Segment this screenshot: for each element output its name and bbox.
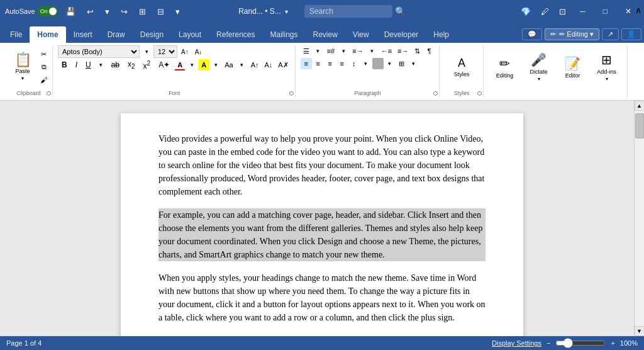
undo-dropdown[interactable]: ▾ [101,6,113,18]
tab-help[interactable]: Help [426,26,457,43]
show-marks-btn[interactable]: ¶ [424,45,435,57]
document-page[interactable]: Video provides a powerful way to help yo… [121,113,523,336]
dictate-button[interactable]: 🎤 Dictate ▾ [523,48,555,86]
subscript-button[interactable]: x2 [124,59,139,71]
profile-button[interactable]: 👤 [621,28,641,40]
case-dropdown[interactable]: ▾ [236,59,248,71]
minimize-button[interactable]: ─ [572,4,593,18]
align-right-btn[interactable]: ≡ [325,58,336,69]
title-dropdown[interactable]: ▾ [281,7,292,16]
highlight-dropdown[interactable]: ▾ [210,59,221,71]
editor-button[interactable]: 📝 Editor [557,48,589,86]
text-effects-button[interactable]: A✦ [155,59,174,71]
font-size-select[interactable]: 12 [153,45,177,58]
layout-btn-1[interactable]: ⊞ [135,6,150,18]
clipboard-expand-icon[interactable]: ⬡ [47,91,51,96]
grow-font[interactable]: A↑ [248,59,262,71]
bullets-btn[interactable]: ☰ [301,45,312,57]
clear-format[interactable]: A✗ [275,59,291,71]
highlight-btn[interactable]: A [198,59,209,71]
undo-button[interactable]: ↩ [83,6,97,18]
cut-button[interactable]: ✂ [38,49,50,60]
font-name-select[interactable]: Aptos (Body) [58,45,140,58]
tab-review[interactable]: Review [306,26,345,43]
border-dropdown[interactable]: ▾ [408,58,419,69]
paste-button[interactable]: 📋 Paste ▾ [9,48,36,86]
more-btn[interactable]: ▾ [172,6,184,18]
search-input[interactable] [304,5,392,18]
comments-button[interactable]: 💬 [522,28,542,40]
layout-btn-2[interactable]: ⊟ [153,6,168,18]
underline-button[interactable]: U [82,59,95,71]
italic-button[interactable]: I [72,59,81,71]
editing-ribbon-button[interactable]: ✏ Editing [489,48,521,86]
sort-btn[interactable]: ⇅ [412,45,423,57]
numbering-dropdown[interactable]: ▾ [338,45,349,57]
border-btn[interactable]: ⊞ [396,58,408,69]
pen-btn[interactable]: 🖊 [537,6,553,18]
indent-decrease[interactable]: ←≡ [379,45,394,57]
editing-mode-button[interactable]: ✏ ✏ Editing ▾ [545,28,599,40]
font-color-dropdown[interactable]: ▾ [186,59,197,71]
multilevel-btn[interactable]: ≡→ [350,45,365,57]
tab-developer[interactable]: Developer [377,26,426,43]
maximize-button[interactable]: □ [596,4,615,18]
para-expand-icon[interactable]: ⬡ [433,91,438,96]
font-color-btn[interactable]: A [174,59,186,71]
collapse-ribbon-btn[interactable]: ∧ [633,3,644,18]
display-settings-label[interactable]: Display Settings [492,339,541,347]
align-center-btn[interactable]: ≡ [313,58,324,69]
indent-increase[interactable]: ≡→ [395,45,411,57]
multilevel-dropdown[interactable]: ▾ [367,45,378,57]
font-expand-icon[interactable]: ⬡ [289,91,294,96]
styles-expand-icon[interactable]: ⬡ [477,91,482,96]
align-left-btn[interactable]: ≡ [301,58,312,69]
zoom-out-icon[interactable]: − [547,339,550,347]
scroll-track[interactable] [635,111,644,326]
dictate-dropdown[interactable]: ▾ [538,76,540,82]
font-size-dec[interactable]: A↓ [192,46,205,57]
superscript-button[interactable]: x2 [140,59,155,71]
tab-file[interactable]: File [3,26,30,43]
ribbon-display-btn[interactable]: 💎 [517,6,535,18]
numbering-btn[interactable]: ≡# [325,45,338,57]
bold-button[interactable]: B [58,59,71,71]
tab-references[interactable]: References [209,26,262,43]
zoom-slider[interactable] [555,341,606,346]
align-justify-btn[interactable]: ≡ [336,58,348,69]
tab-mailings[interactable]: Mailings [262,26,305,43]
line-spacing-btn[interactable]: ↕ [348,58,360,69]
font-size-inc[interactable]: A↑ [179,46,191,57]
scrollbar-right[interactable]: ▲ ▼ [634,101,644,336]
tab-draw[interactable]: Draw [100,26,133,43]
strikethrough-button[interactable]: ab [108,59,123,71]
shrink-font[interactable]: A↓ [262,59,275,71]
scroll-up-arrow[interactable]: ▲ [635,101,645,111]
scroll-down-arrow[interactable]: ▼ [635,326,645,336]
tab-insert[interactable]: Insert [66,26,100,43]
shading-dropdown[interactable]: ▾ [384,58,396,69]
line-spacing-dropdown[interactable]: ▾ [360,58,372,69]
scroll-thumb[interactable] [635,113,644,138]
tab-layout[interactable]: Layout [171,26,209,43]
underline-dropdown[interactable]: ▾ [96,59,107,71]
window-btn[interactable]: ⊡ [555,6,570,18]
format-painter-button[interactable]: 🖌 [38,74,50,86]
autosave-toggle[interactable]: On [38,6,58,16]
tab-view[interactable]: View [345,26,377,43]
addins-button[interactable]: ⊞ Add-ins ▾ [591,48,623,86]
copy-button[interactable]: ⧉ [38,62,50,73]
styles-button[interactable]: A Styles [445,50,479,84]
bullets-dropdown[interactable]: ▾ [313,45,324,57]
font-name-dropdown[interactable]: ▾ [141,46,152,57]
shading-btn[interactable] [372,58,384,69]
zoom-in-icon[interactable]: + [611,339,614,347]
tab-design[interactable]: Design [133,26,171,43]
tab-home[interactable]: Home [30,26,65,43]
addins-dropdown[interactable]: ▾ [606,76,608,82]
clipboard-sub-buttons: ✂ ⧉ 🖌 [38,49,50,86]
redo-button[interactable]: ↪ [117,6,131,18]
save-button[interactable]: 💾 [62,6,79,18]
case-btn[interactable]: Aa [222,59,235,71]
share-button[interactable]: ↗ [602,28,619,40]
